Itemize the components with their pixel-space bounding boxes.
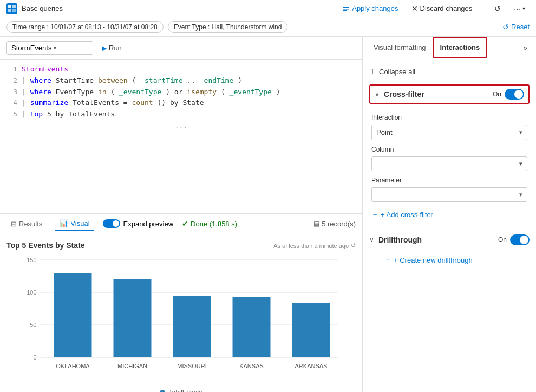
chevron-down-icon: ▾ [522, 5, 525, 11]
svg-rect-5 [343, 9, 349, 10]
top-toolbar: Base queries Apply changes ✕ Discard cha… [0, 0, 536, 17]
svg-text:KANSAS: KANSAS [239, 363, 264, 369]
query-header: StormEvents ▾ ▶ Run [0, 37, 362, 60]
reset-label: Reset [511, 23, 530, 31]
visual-formatting-label: Visual formatting [374, 43, 426, 51]
refresh-icon[interactable]: ↺ [351, 242, 356, 249]
chevron-right-icon: » [523, 43, 527, 52]
create-drillthrough-button[interactable]: ＋ + Create new drillthrough [384, 253, 473, 267]
done-label: Done (1.858 s) [191, 220, 237, 228]
chevron-down-icon: ▾ [519, 191, 522, 198]
more-tabs-button[interactable]: » [519, 39, 532, 56]
drillthrough-toggle-container: On [498, 234, 530, 245]
svg-text:50: 50 [30, 322, 36, 328]
discard-changes-label: Discard changes [420, 4, 473, 12]
drillthrough-header: ∨ Drillthrough On [369, 234, 530, 245]
done-status: ✔ Done (1.858 s) [182, 219, 237, 228]
left-panel: StormEvents ▾ ▶ Run 1 StormEvents 2 | wh… [0, 37, 363, 392]
more-button[interactable]: ··· ▾ [509, 2, 530, 15]
chevron-down-icon: ▾ [519, 160, 522, 167]
expand-preview-toggle[interactable]: Expand preview [103, 219, 174, 228]
table-icon: ⊞ [11, 220, 17, 228]
chart-container: 150 100 50 0 OKLAHOMA MICHIGAN [6, 254, 356, 384]
code-line-3: 3 | where EventType in ( _eventType ) or… [6, 87, 356, 98]
check-icon: ✔ [182, 219, 188, 228]
bar-oklahoma[interactable] [54, 273, 92, 357]
query-selector[interactable]: StormEvents ▾ [6, 41, 93, 55]
interactions-label: Interactions [440, 43, 480, 51]
apply-changes-button[interactable]: Apply changes [338, 2, 402, 15]
column-field-label: Column [371, 146, 527, 153]
bar-chart-svg: 150 100 50 0 OKLAHOMA MICHIGAN [6, 254, 356, 384]
plus-icon: ＋ [371, 210, 378, 219]
column-dropdown[interactable]: ▾ [371, 156, 527, 171]
time-range-filter[interactable]: Time range : 10/01/07 at 08:13 - 10/31/0… [6, 21, 164, 33]
drillthrough-section: ∨ Drillthrough On ＋ + Create new drillth… [369, 234, 530, 269]
event-type-filter[interactable]: Event Type : Hail, Thunderstorm wind [168, 21, 288, 33]
run-label: Run [109, 44, 122, 52]
code-line-4: 4 | summarize TotalEvents = count () by … [6, 97, 356, 109]
plus-icon: ＋ [384, 255, 391, 265]
query-selector-label: StormEvents [11, 44, 51, 52]
interactions-tab[interactable]: Interactions [433, 37, 488, 58]
interaction-dropdown[interactable]: Point ▾ [371, 125, 527, 140]
play-icon: ▶ [102, 44, 107, 52]
bar-missouri[interactable] [173, 296, 211, 357]
visual-formatting-tab[interactable]: Visual formatting [367, 38, 433, 57]
cross-filter-collapse-button[interactable]: ∨ [375, 90, 380, 98]
code-ellipsis: ··· [6, 120, 356, 136]
code-editor[interactable]: 1 StormEvents 2 | where StartTime betwee… [0, 60, 362, 213]
reset-icon: ↺ [502, 23, 509, 31]
svg-rect-6 [343, 10, 347, 11]
create-drillthrough-label: + Create new drillthrough [394, 256, 473, 264]
svg-text:ARKANSAS: ARKANSAS [295, 363, 328, 369]
undo-icon: ↺ [494, 4, 501, 13]
bar-kansas[interactable] [233, 297, 271, 357]
svg-rect-3 [12, 9, 16, 12]
right-panel-content: ⊤ Collapse all ∨ Cross-filter On Interac… [363, 58, 536, 392]
cross-filter-title: Cross-filter [384, 90, 488, 99]
chart-icon: 📊 [60, 219, 68, 227]
parameter-field-label: Parameter [371, 177, 527, 184]
parameter-dropdown[interactable]: ▾ [371, 187, 527, 202]
results-bar: ⊞ Results 📊 Visual Expand preview ✔ Done… [0, 213, 362, 234]
toolbar-separator [483, 4, 483, 13]
visual-tab[interactable]: 📊 Visual [55, 217, 94, 231]
records-icon: ▤ [313, 220, 319, 227]
svg-text:OKLAHOMA: OKLAHOMA [56, 363, 90, 369]
close-icon: ✕ [411, 4, 418, 13]
main-layout: StormEvents ▾ ▶ Run 1 StormEvents 2 | wh… [0, 37, 536, 392]
collapse-all-label: Collapse all [379, 68, 415, 76]
collapse-icon: ⊤ [369, 67, 376, 76]
bar-arkansas[interactable] [292, 303, 330, 357]
records-status: ▤ 5 record(s) [313, 220, 356, 228]
add-cross-filter-label: + Add cross-filter [381, 211, 433, 219]
discard-changes-button[interactable]: ✕ Discard changes [407, 2, 477, 15]
cross-filter-section: ∨ Cross-filter On Interaction Point ▾ Co… [369, 84, 530, 226]
chart-subtitle: As of less than a minute ago ↺ [273, 242, 356, 249]
drillthrough-toggle[interactable] [510, 234, 530, 245]
results-tab[interactable]: ⊞ Results [6, 218, 47, 230]
app-title: Base queries [22, 4, 334, 12]
filter-bar: Time range : 10/01/07 at 08:13 - 10/31/0… [0, 17, 536, 37]
collapse-all-button[interactable]: ⊤ Collapse all [369, 65, 415, 78]
undo-button[interactable]: ↺ [490, 2, 505, 15]
chart-legend: TotalEvents [6, 389, 356, 392]
svg-rect-0 [8, 5, 11, 8]
chevron-down-icon: ▾ [519, 129, 522, 136]
reset-button[interactable]: ↺ Reset [502, 23, 530, 31]
bar-michigan[interactable] [114, 279, 152, 357]
right-tabs: Visual formatting Interactions » [363, 37, 536, 58]
drillthrough-content: ＋ + Create new drillthrough [369, 251, 530, 269]
interaction-field-label: Interaction [371, 114, 527, 121]
svg-text:100: 100 [27, 289, 36, 296]
interaction-value: Point [376, 128, 519, 136]
run-button[interactable]: ▶ Run [97, 42, 126, 54]
svg-text:MICHIGAN: MICHIGAN [117, 363, 147, 369]
drillthrough-collapse-button[interactable]: ∨ [369, 236, 374, 244]
legend-dot [160, 390, 165, 392]
toggle-switch-control[interactable] [103, 219, 120, 228]
add-cross-filter-button[interactable]: ＋ + Add cross-filter [371, 207, 433, 221]
cross-filter-toggle[interactable] [505, 89, 524, 100]
chart-area: Top 5 Events by State As of less than a … [0, 234, 362, 393]
